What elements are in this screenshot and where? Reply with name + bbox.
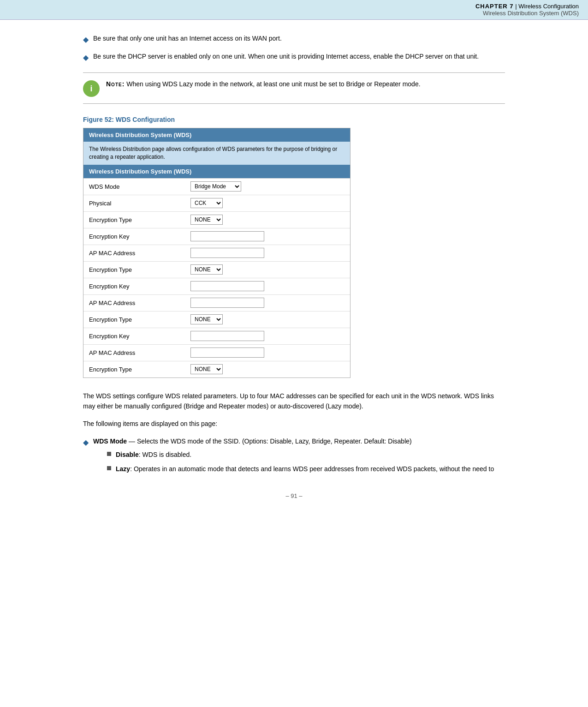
wds-row-ap-mac-1: AP MAC Address [83, 245, 350, 261]
note-icon-letter: i [90, 84, 92, 94]
wds-description: The Wireless Distribution page allows co… [83, 142, 350, 165]
note-box: i Note: When using WDS Lazy mode in the … [83, 72, 505, 104]
encryption-type-4-select[interactable]: NONE WEP WPA [190, 364, 223, 374]
sub-text-disable: Disable: WDS is disabled. [116, 450, 191, 460]
wds-header-bar: Wireless Distribution System (WDS) [83, 128, 350, 142]
sub-text-lazy: Lazy: Operates in an automatic mode that… [116, 464, 494, 474]
wds-label-wdsmode: WDS Mode [89, 183, 190, 190]
wds-row-enc-type-2: Encryption Type NONE WEP WPA [83, 261, 350, 278]
list-item: ◆ Be sure that only one unit has an Inte… [83, 34, 505, 45]
encryption-type-3-select[interactable]: NONE WEP WPA [190, 314, 223, 324]
wds-label-ap-mac-1: AP MAC Address [89, 250, 190, 257]
wds-control-ap-mac-1[interactable] [190, 248, 344, 258]
wds-row-ap-mac-3: AP MAC Address [83, 344, 350, 361]
note-icon: i [83, 80, 100, 97]
wds-control-enc-type-1[interactable]: NONE WEP WPA [190, 215, 344, 225]
wds-mode-select[interactable]: Disable Lazy Bridge Mode Repeater [190, 181, 241, 192]
sub-item-lazy: Lazy: Operates in an automatic mode that… [107, 464, 494, 474]
wds-label-enc-key-2: Encryption Key [89, 283, 190, 290]
physical-select[interactable]: CCK OFDM [190, 198, 223, 208]
bullet-diamond-icon: ◆ [83, 34, 89, 45]
bullet-diamond-icon: ◆ [83, 52, 89, 63]
wds-row-wdsmode: WDS Mode Disable Lazy Bridge Mode Repeat… [83, 178, 350, 195]
wds-control-ap-mac-3[interactable] [190, 348, 344, 358]
sub-list-wdsmode: Disable: WDS is disabled. Lazy: Operates… [107, 450, 494, 474]
page-number: – 91 – [83, 492, 505, 504]
wds-control-enc-key-3[interactable] [190, 331, 344, 341]
wds-section-bar: Wireless Distribution System (WDS) [83, 165, 350, 178]
feature-text-wdsmode: Selects the WDS mode of the SSID. (Optio… [137, 437, 412, 445]
wds-row-enc-key-2: Encryption Key [83, 278, 350, 294]
wds-config-table: Wireless Distribution System (WDS) The W… [83, 128, 350, 378]
wds-row-enc-key-3: Encryption Key [83, 328, 350, 344]
feature-dash: — [129, 437, 137, 445]
wds-control-enc-key-1[interactable] [190, 231, 344, 241]
main-content: ◆ Be sure that only one unit has an Inte… [0, 20, 588, 522]
body-text-1: The WDS settings configure WDS related p… [83, 391, 505, 412]
wds-control-enc-type-3[interactable]: NONE WEP WPA [190, 314, 344, 324]
wds-row-enc-type-4: Encryption Type NONE WEP WPA [83, 361, 350, 377]
wds-label-enc-key-3: Encryption Key [89, 333, 190, 340]
header-subtitle: Wireless Distribution System (WDS) [483, 10, 579, 17]
feature-content-wdsmode: WDS Mode — Selects the WDS mode of the S… [93, 437, 494, 479]
feature-item-wdsmode: ◆ WDS Mode — Selects the WDS mode of the… [83, 437, 505, 479]
feature-diamond-icon: ◆ [83, 437, 89, 448]
sub-square-icon [107, 452, 111, 456]
intro-bullet-list: ◆ Be sure that only one unit has an Inte… [83, 34, 505, 63]
ap-mac-3-input[interactable] [190, 348, 264, 358]
encryption-key-3-input[interactable] [190, 331, 264, 341]
list-item: ◆ Be sure the DHCP server is enabled onl… [83, 52, 505, 63]
wds-label-enc-type-4: Encryption Type [89, 366, 190, 373]
encryption-key-2-input[interactable] [190, 281, 264, 291]
note-label: Note: [106, 80, 125, 88]
feature-list: ◆ WDS Mode — Selects the WDS mode of the… [83, 437, 505, 479]
sub-item-disable: Disable: WDS is disabled. [107, 450, 494, 460]
wds-control-enc-type-2[interactable]: NONE WEP WPA [190, 264, 344, 275]
wds-label-enc-key-1: Encryption Key [89, 233, 190, 240]
wds-control-enc-type-4[interactable]: NONE WEP WPA [190, 364, 344, 374]
note-text: Note: When using WDS Lazy mode in the ne… [106, 79, 421, 89]
note-body: When using WDS Lazy mode in the network,… [126, 80, 420, 88]
bullet-text-1: Be sure that only one unit has an Intern… [93, 34, 282, 43]
header-right: CHAPTER 7 | Wireless Configuration Wirel… [475, 3, 579, 17]
ap-mac-1-input[interactable] [190, 248, 264, 258]
feature-label-wdsmode: WDS Mode [93, 437, 127, 445]
wds-control-wdsmode[interactable]: Disable Lazy Bridge Mode Repeater [190, 181, 344, 192]
wds-label-ap-mac-3: AP MAC Address [89, 349, 190, 356]
figure-caption: Figure 52: WDS Configuration [83, 116, 505, 123]
wds-label-enc-type-3: Encryption Type [89, 316, 190, 323]
chapter-label: CHAPTER 7 [475, 3, 514, 10]
encryption-key-1-input[interactable] [190, 231, 264, 241]
wds-control-physical[interactable]: CCK OFDM [190, 198, 344, 208]
bullet-text-2: Be sure the DHCP server is enabled only … [93, 52, 479, 61]
wds-label-physical: Physical [89, 200, 190, 207]
wds-label-enc-type-1: Encryption Type [89, 216, 190, 223]
encryption-type-1-select[interactable]: NONE WEP WPA [190, 215, 223, 225]
encryption-type-2-select[interactable]: NONE WEP WPA [190, 264, 223, 275]
header-title: Wireless Configuration [518, 3, 579, 10]
ap-mac-2-input[interactable] [190, 298, 264, 308]
body-text-2: The following items are displayed on thi… [83, 419, 505, 429]
page-header: CHAPTER 7 | Wireless Configuration Wirel… [0, 0, 588, 20]
wds-control-ap-mac-2[interactable] [190, 298, 344, 308]
wds-row-enc-type-1: Encryption Type NONE WEP WPA [83, 211, 350, 228]
wds-control-enc-key-2[interactable] [190, 281, 344, 291]
wds-label-ap-mac-2: AP MAC Address [89, 300, 190, 306]
wds-row-enc-type-3: Encryption Type NONE WEP WPA [83, 311, 350, 328]
wds-row-enc-key-1: Encryption Key [83, 228, 350, 245]
wds-row-ap-mac-2: AP MAC Address [83, 294, 350, 311]
sub-square-icon [107, 466, 111, 470]
wds-label-enc-type-2: Encryption Type [89, 266, 190, 273]
wds-row-physical: Physical CCK OFDM [83, 195, 350, 211]
